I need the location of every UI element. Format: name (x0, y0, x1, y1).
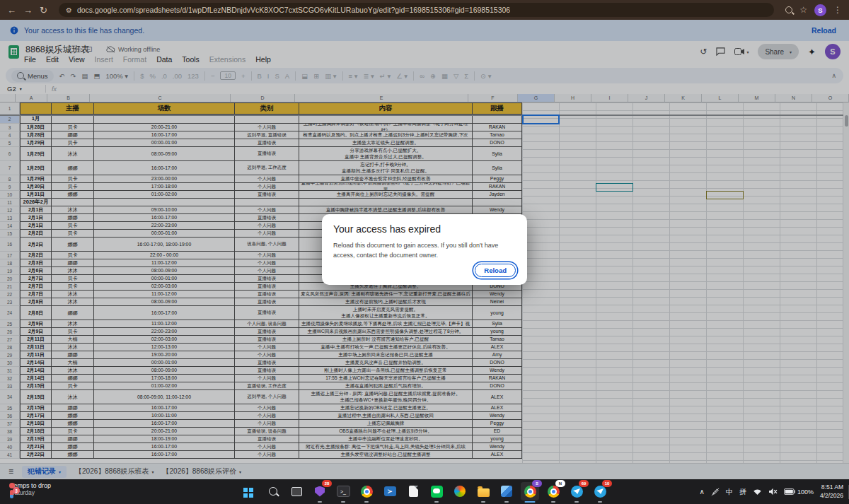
powershell-icon[interactable]: ≻ (381, 482, 399, 500)
weather-widget[interactable]: 3 Temps to drop Saturday (6, 482, 51, 496)
dialog-reload-button[interactable]: Reload (475, 264, 516, 277)
widget-badge: 3 (13, 487, 20, 494)
task-view-icon[interactable] (287, 482, 306, 500)
tray-time: 8:51 AM (820, 484, 843, 491)
chrome-icon[interactable] (357, 482, 376, 500)
chrome-profile-s-icon[interactable]: S (521, 482, 539, 500)
terminal-icon[interactable]: >_ (334, 482, 352, 500)
volume-muted-icon[interactable] (768, 488, 778, 496)
taskbar-icons: 28 >_ ≻ S N 69 10 (241, 482, 609, 500)
browser-menu-icon[interactable]: ⋮ (833, 5, 842, 15)
chrome-profile-n-icon[interactable]: N (544, 482, 562, 500)
battery-icon (784, 488, 795, 495)
battery-percent: 100% (797, 488, 814, 496)
telegram-badge: 10 (602, 480, 612, 487)
screen: ← → ↻ ⚙ docs.google.com/spreadsheets/d/1… (0, 0, 849, 504)
battery-status[interactable]: 100% (784, 488, 814, 496)
search-taskbar-icon[interactable] (264, 482, 282, 500)
pen-disabled-icon[interactable] (711, 488, 720, 496)
access-expired-dialog: Your access has expired Reload this docu… (322, 214, 527, 285)
page: Your access to this file has changed. Re… (0, 20, 849, 479)
tray-date: 4/2/2026 (820, 492, 843, 500)
forward-icon[interactable]: → (23, 5, 33, 16)
telegram-badge: 69 (579, 480, 589, 487)
back-icon[interactable]: ← (7, 5, 16, 16)
system-tray: ∧ 中 拼 100% 8:51 AM 4/2/2026 (700, 479, 843, 504)
chrome-profile-badge: S (532, 480, 542, 487)
dialog-body: Reload this document to gain access. If … (333, 241, 510, 261)
start-button-icon[interactable] (241, 482, 259, 500)
photos-icon[interactable] (497, 482, 516, 500)
hidden-icons-chevron[interactable]: ∧ (700, 488, 705, 496)
clock[interactable]: 8:51 AM 4/2/2026 (820, 484, 843, 499)
refresh-icon[interactable]: ↻ (40, 5, 47, 16)
shield-badge: 28 (322, 480, 332, 487)
file-explorer-icon[interactable] (474, 482, 492, 500)
copilot-icon[interactable] (451, 482, 469, 500)
url-bar[interactable]: ⚙ docs.google.com/spreadsheets/d/1wpDfLe… (59, 3, 774, 17)
wifi-icon[interactable] (753, 488, 762, 496)
zoom-icon[interactable] (785, 6, 792, 13)
ime-language-indicator[interactable]: 中 (726, 487, 733, 497)
line-icon[interactable] (427, 482, 446, 500)
bookmark-star-icon[interactable]: ☆ (799, 5, 807, 15)
site-settings-icon[interactable]: ⚙ (66, 6, 72, 14)
url-text[interactable]: docs.google.com/spreadsheets/d/1wpDfLezN… (77, 6, 510, 14)
telegram-icon[interactable]: 69 (567, 482, 586, 500)
notepad-icon[interactable] (404, 482, 422, 500)
chrome-profile-badge: N (555, 480, 565, 487)
telegram-icon-2[interactable]: 10 (591, 482, 609, 500)
browser-address-bar: ← → ↻ ⚙ docs.google.com/spreadsheets/d/1… (0, 0, 849, 20)
ime-pinyin-indicator[interactable]: 拼 (739, 487, 746, 497)
taskbar: 3 Temps to drop Saturday 28 >_ ≻ S (0, 479, 849, 504)
security-shield-icon[interactable]: 28 (311, 482, 329, 500)
dialog-title: Your access has expired (333, 223, 516, 235)
browser-avatar[interactable]: S (814, 4, 826, 16)
